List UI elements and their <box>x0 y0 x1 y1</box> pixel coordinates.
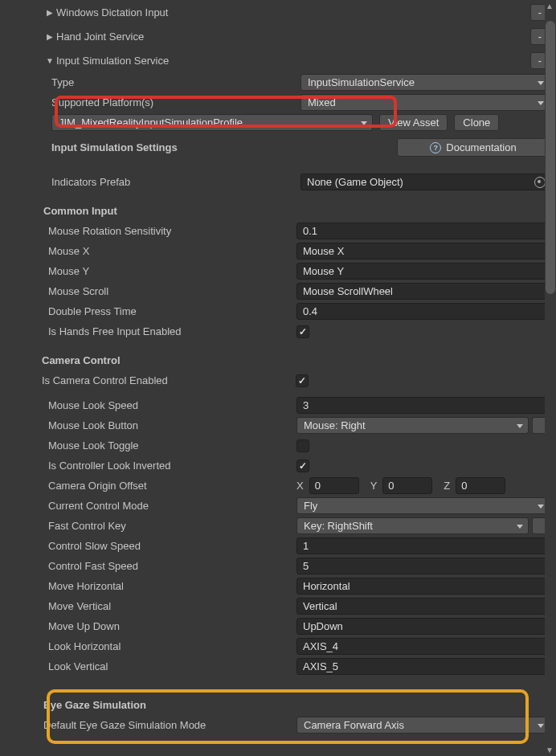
dropdown[interactable]: Mouse: Right <box>296 417 529 434</box>
type-row: Type InputSimulationService <box>16 72 550 92</box>
checkbox[interactable] <box>296 325 309 338</box>
property-row: Move Up DownUpDown <box>16 616 550 636</box>
property-row: Move VerticalVertical <box>16 596 550 616</box>
type-dropdown[interactable]: InputSimulationService <box>300 74 550 91</box>
chevron-right-icon: ▶ <box>45 8 55 17</box>
property-label: Mouse Look Button <box>43 419 296 431</box>
eye-gaze-mode-dropdown[interactable]: Camera Forward Axis <box>296 717 550 734</box>
documentation-label: Documentation <box>446 141 516 153</box>
property-row: Mouse ScrollMouse ScrollWheel <box>16 281 550 301</box>
platforms-label: Supported Platform(s) <box>51 96 300 108</box>
camera-enabled-checkbox[interactable] <box>296 374 309 387</box>
camera-control-header: Camera Control <box>16 349 550 370</box>
checkbox[interactable] <box>296 460 309 472</box>
property-row: Mouse Look Speed3 <box>16 395 550 415</box>
number-input[interactable]: 3 <box>296 397 550 414</box>
vector-z-input[interactable]: 0 <box>456 477 505 494</box>
property-label: Look Horizontal <box>43 640 296 652</box>
scroll-thumb[interactable] <box>546 21 555 294</box>
common-input-header: Common Input <box>16 200 550 221</box>
vector-y-input[interactable]: 0 <box>382 477 432 494</box>
property-row: Fast Control KeyKey: RightShift <box>16 516 550 536</box>
property-row: Look HorizontalAXIS_4 <box>16 636 550 656</box>
eye-gaze-mode-label: Default Eye Gaze Simulation Mode <box>43 719 296 731</box>
property-label: Is Controller Look Inverted <box>43 460 296 472</box>
property-row: Mouse Look Toggle <box>16 435 550 456</box>
text-input[interactable]: AXIS_5 <box>296 658 550 675</box>
axis-label-x: X <box>296 480 304 492</box>
indicators-row: Indicators Prefab None (Game Object) <box>16 172 550 192</box>
chevron-down-icon: ▼ <box>45 56 55 65</box>
text-input[interactable]: Mouse X <box>296 243 550 259</box>
property-label: Mouse Y <box>43 265 296 277</box>
clone-button[interactable]: Clone <box>454 114 499 131</box>
platforms-row: Supported Platform(s) Mixed <box>16 92 550 112</box>
property-row: Mouse YMouse Y <box>16 261 550 281</box>
indicators-object-field[interactable]: None (Game Object) <box>300 174 550 190</box>
indicators-label: Indicators Prefab <box>51 176 300 188</box>
documentation-button[interactable]: ? Documentation <box>397 138 550 157</box>
scroll-up-icon[interactable]: ▲ <box>545 2 554 10</box>
axis-label-z: Z <box>444 480 450 492</box>
text-input[interactable]: AXIS_4 <box>296 638 550 655</box>
property-label: Move Horizontal <box>43 580 296 592</box>
property-row: Look VerticalAXIS_5 <box>16 656 550 676</box>
property-label: Move Vertical <box>43 600 296 612</box>
property-label: Mouse Rotation Sensitivity <box>43 225 296 237</box>
view-asset-button[interactable]: View Asset <box>379 114 448 131</box>
property-row: Current Control ModeFly <box>16 496 550 516</box>
property-label: Control Fast Speed <box>43 560 296 572</box>
property-row: Move HorizontalHorizontal <box>16 576 550 596</box>
property-label: Move Up Down <box>43 620 296 632</box>
number-input[interactable]: 0.1 <box>296 223 550 239</box>
camera-enabled-row: Is Camera Control Enabled <box>16 370 550 390</box>
text-input[interactable]: Mouse ScrollWheel <box>296 283 550 300</box>
property-label: Look Vertical <box>43 660 296 672</box>
service-title: Windows Dictation Input <box>56 6 168 18</box>
settings-header: Input Simulation Settings <box>51 141 300 153</box>
number-input[interactable]: 5 <box>296 558 550 574</box>
property-row: Mouse Rotation Sensitivity0.1 <box>16 221 550 241</box>
property-label: Control Slow Speed <box>43 540 296 552</box>
property-row: Camera Origin OffsetX0Y0Z0 <box>16 476 550 496</box>
text-input[interactable]: Mouse Y <box>296 263 550 280</box>
text-input[interactable]: Horizontal <box>296 578 550 595</box>
property-label: Mouse Look Toggle <box>43 439 296 452</box>
vector-x-input[interactable]: 0 <box>309 477 359 494</box>
property-row: Is Hands Free Input Enabled <box>16 321 550 341</box>
property-row: Is Controller Look Inverted <box>16 456 550 476</box>
service-header-input-simulation[interactable]: ▼ Input Simulation Service - <box>16 48 550 72</box>
service-title: Input Simulation Service <box>56 55 169 67</box>
text-input[interactable]: UpDown <box>296 618 550 635</box>
property-label: Mouse X <box>43 245 296 257</box>
axis-label-y: Y <box>370 480 378 492</box>
property-label: Mouse Look Speed <box>43 399 296 411</box>
camera-enabled-label: Is Camera Control Enabled <box>42 374 296 386</box>
property-row: Mouse Look ButtonMouse: Right <box>16 415 550 435</box>
property-row: Mouse XMouse X <box>16 241 550 261</box>
type-label: Type <box>51 76 300 88</box>
chevron-right-icon: ▶ <box>45 32 55 41</box>
scroll-down-icon[interactable]: ▼ <box>545 746 554 754</box>
property-label: Camera Origin Offset <box>43 480 296 492</box>
checkbox[interactable] <box>296 439 309 452</box>
text-input[interactable]: Vertical <box>296 598 550 615</box>
vertical-scrollbar[interactable]: ▲ ▼ <box>545 0 556 756</box>
dropdown[interactable]: Key: RightShift <box>296 517 529 534</box>
property-label: Current Control Mode <box>43 500 296 512</box>
eye-gaze-mode-row: Default Eye Gaze Simulation Mode Camera … <box>16 715 550 735</box>
object-picker-icon[interactable] <box>534 177 546 188</box>
profile-row: JIM_MixedRealityInputSimulationProfile V… <box>16 112 550 133</box>
eye-gaze-header: Eye Gaze Simulation <box>16 694 550 715</box>
service-header-dictation[interactable]: ▶ Windows Dictation Input - <box>16 0 550 24</box>
property-row: Control Fast Speed5 <box>16 556 550 576</box>
platforms-dropdown[interactable]: Mixed <box>300 94 550 111</box>
property-label: Is Hands Free Input Enabled <box>43 325 296 337</box>
dropdown[interactable]: Fly <box>296 497 550 514</box>
profile-dropdown[interactable]: JIM_MixedRealityInputSimulationProfile <box>51 114 373 131</box>
number-input[interactable]: 1 <box>296 537 550 554</box>
service-header-hand-joint[interactable]: ▶ Hand Joint Service - <box>16 24 550 48</box>
property-row: Double Press Time0.4 <box>16 301 550 321</box>
property-row: Control Slow Speed1 <box>16 536 550 556</box>
number-input[interactable]: 0.4 <box>296 303 550 320</box>
